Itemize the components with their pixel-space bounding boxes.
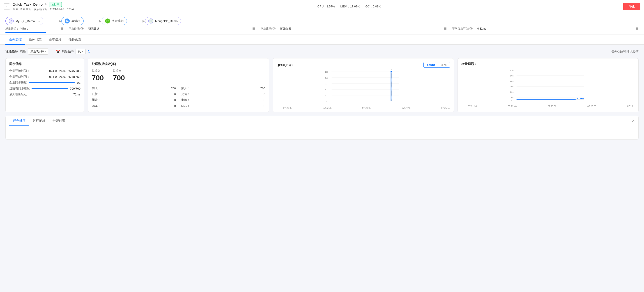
- qps-header: QPS(Q/S) ℹ count size: [276, 62, 450, 68]
- bottom-tabs: 任务进度 运行记录 告警列表 ✕: [6, 116, 638, 126]
- pipeline-node-mongo[interactable]: MongoDB_Demo: [145, 17, 181, 25]
- main-content: 性能指标 周期 最近5分钟 ▾ 📅 刷新频率 5s ▾ ↻ 任务心跳时间:几秒前…: [0, 45, 644, 143]
- sync-card-title: 同步信息 ☰: [9, 62, 80, 66]
- header-left: ‹ Quick_Task_Demo ✎ 运行中 全量+增量 最近一次启动时间：2…: [4, 2, 75, 11]
- app-header: ‹ Quick_Task_Demo ✎ 运行中 全量+增量 最近一次启动时间：2…: [0, 0, 644, 13]
- update-in: 更新： 0: [92, 92, 176, 97]
- total-progress-label: 全量同步进度: [9, 81, 27, 85]
- bottom-close-button[interactable]: ✕: [632, 119, 635, 123]
- gc-metric: GC：0.03%: [366, 5, 381, 9]
- total-input-label: 总输入: [92, 69, 104, 73]
- qps-x-label-5: 07:25:50: [441, 107, 450, 109]
- tab-basic-info[interactable]: 基本信息: [45, 35, 65, 45]
- qps-info-icon[interactable]: ℹ: [292, 63, 293, 67]
- table-progress-bar: [32, 88, 68, 89]
- tp-label: 表编辑: [72, 19, 80, 23]
- delay-x-label-5: 07:26:1: [627, 105, 635, 108]
- period-select[interactable]: 最近5分钟 ▾: [28, 48, 48, 55]
- insert-in-value: 700: [171, 87, 176, 90]
- data-stats-card: 处理数据统计(条) 总输入 700 总输出 700 插入： 700 插入：: [88, 58, 269, 112]
- svg-text:20s: 20s: [510, 91, 514, 93]
- delete-out: 删除： 0: [181, 98, 266, 102]
- update-out-value: 0: [264, 93, 265, 96]
- update-in-label: 更新：: [92, 92, 100, 96]
- qps-title-text: QPS(Q/S): [276, 63, 291, 67]
- controls-left: 性能指标 周期 最近5分钟 ▾ 📅 刷新频率 5s ▾ ↻: [6, 48, 90, 55]
- arrow-1: ▶: [43, 19, 61, 23]
- qps-size-toggle[interactable]: size: [438, 62, 450, 68]
- total-input-value: 700: [92, 74, 104, 82]
- fr-icon: Fr: [105, 19, 110, 24]
- qps-x-label-1: 07:21:30: [283, 107, 292, 109]
- max-delay-label: 最大增量延迟：: [9, 92, 30, 96]
- sync-max-delay: 最大增量延迟： 472ms: [9, 92, 80, 96]
- svg-text:40s: 40s: [510, 80, 514, 82]
- svg-text:1min: 1min: [510, 69, 514, 72]
- bottom-section: 任务进度 运行记录 告警列表 ✕: [6, 116, 638, 140]
- stats-big-row: 总输入 700 总输出 700: [92, 69, 265, 82]
- metric-mongo: 平均每条写入耗时： 0.32ms ☰: [452, 27, 638, 33]
- svg-text:90: 90: [325, 83, 327, 85]
- delay-x-label-4: 07:25:00: [588, 105, 596, 108]
- table-progress-label: 当前表同步进度: [9, 86, 30, 91]
- qps-x-label-3: 07:23:40: [362, 107, 371, 109]
- arrow-3: ▶: [127, 19, 145, 23]
- update-in-value: 0: [174, 93, 176, 96]
- bottom-tab-progress[interactable]: 任务进度: [9, 116, 29, 126]
- main-tabs: 任务监控 任务日志 基本信息 任务设置: [0, 35, 644, 45]
- calendar-icon: 📅: [56, 50, 60, 54]
- ddl-out: DDL： 0: [181, 103, 266, 108]
- fr-menu-icon[interactable]: ☰: [444, 27, 447, 30]
- stats-detail-grid: 插入： 700 插入： 700 更新： 0 更新： 0 删除： 0: [92, 86, 265, 108]
- delay-x-labels: 07:21:30 07:22:40 07:23:50 07:25:00 07:2…: [461, 105, 635, 108]
- tab-task-settings[interactable]: 任务设置: [65, 35, 85, 45]
- qps-x-labels: 07:21:30 07:22:35 07:23:40 07:24:45 07:2…: [276, 107, 450, 109]
- metric-mysql: 增量延迟： 447ms ☰: [6, 27, 68, 33]
- delete-in: 删除： 0: [92, 98, 176, 102]
- sync-menu-icon[interactable]: ☰: [78, 62, 80, 66]
- pipeline-node-mysql[interactable]: ⊙ MySQL_Demo ···: [6, 17, 43, 25]
- delete-in-label: 删除：: [92, 98, 100, 102]
- start-time-label: 全量开始时间：: [9, 69, 30, 73]
- tp-menu-icon[interactable]: ☰: [252, 27, 255, 30]
- back-button[interactable]: ‹: [4, 4, 10, 10]
- pipeline-node-tp[interactable]: Tp 表编辑: [61, 17, 84, 25]
- pipeline-section: ⊙ MySQL_Demo ··· ▶ Tp 表编辑 ▶ Fr 字段编辑 ▶: [0, 13, 644, 35]
- delay-chart-svg: 1min 50s 40s 30s 20s 10s 0: [461, 68, 635, 104]
- refresh-value: 5s: [78, 50, 81, 53]
- delay-chart-area: 1min 50s 40s 30s 20s 10s 0 07:21:30 07:2…: [461, 68, 635, 104]
- delay-info-icon[interactable]: ℹ: [475, 63, 476, 66]
- end-time-value: 2024-09-26 07:25:48.659: [48, 75, 80, 79]
- total-output-value: 700: [113, 74, 125, 82]
- stop-button[interactable]: 停止: [623, 3, 640, 10]
- pipeline-node-fr[interactable]: Fr 字段编辑: [102, 17, 127, 25]
- metric-mysql-value: 447ms: [20, 27, 28, 30]
- fr-label: 字段编辑: [112, 19, 124, 23]
- bottom-tab-run-record[interactable]: 运行记录: [29, 116, 49, 126]
- perf-label: 性能指标: [6, 50, 18, 54]
- delay-x-label-1: 07:21:30: [468, 105, 477, 108]
- tab-task-monitor[interactable]: 任务监控: [6, 35, 25, 45]
- insert-out: 插入： 700: [181, 86, 266, 91]
- update-out-label: 更新：: [181, 92, 190, 96]
- bottom-tab-alerts[interactable]: 告警列表: [49, 116, 69, 126]
- sync-total-progress: 全量同步进度 1/1: [9, 81, 80, 85]
- metric-tp: 单条处理耗时： 暂无数据 ☰: [68, 27, 260, 33]
- edit-icon[interactable]: ✎: [44, 3, 47, 6]
- svg-text:120: 120: [325, 77, 328, 79]
- mysql-menu-icon[interactable]: ☰: [60, 27, 63, 30]
- qps-chart-area: 150 120 90 60 30 0: [276, 70, 450, 106]
- mongo-label: MongoDB_Demo: [155, 20, 178, 23]
- refresh-label: 刷新频率: [62, 50, 74, 54]
- metric-fr: 单条处理耗时： 暂无数据 ☰: [260, 27, 452, 33]
- qps-count-toggle[interactable]: count: [424, 62, 438, 68]
- ddl-in: DDL： 0: [92, 103, 176, 108]
- back-icon: ‹: [6, 5, 7, 8]
- tab-task-log[interactable]: 任务日志: [25, 35, 45, 45]
- period-dropdown-icon: ▾: [45, 50, 46, 53]
- refresh-button[interactable]: ↻: [88, 50, 90, 54]
- end-time-label: 全量完成时间：: [9, 75, 30, 79]
- mongo-menu-icon[interactable]: ☰: [636, 27, 638, 30]
- stats-title-text: 处理数据统计(条): [92, 62, 116, 66]
- refresh-select[interactable]: 5s ▾: [76, 49, 86, 54]
